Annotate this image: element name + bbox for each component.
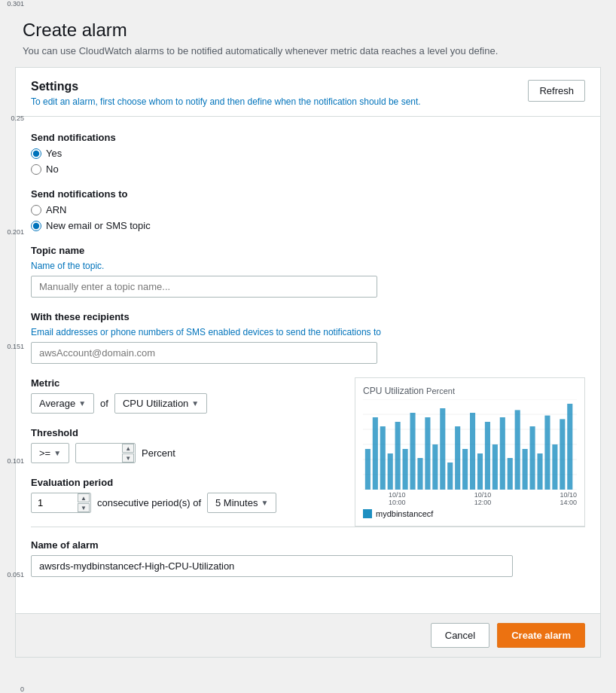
metric-left: Metric Average ▼ of CPU Utilization ▼ [31,377,332,527]
svg-rect-25 [500,417,505,490]
send-notifications-section: Send notifications Yes No [31,132,585,175]
eval-period-label: Evaluation period [31,477,332,488]
consecutive-label: consecutive period(s) of [97,497,201,508]
send-notifications-radio-group: Yes No [31,148,585,175]
eval-up-btn[interactable]: ▲ [78,493,90,502]
radio-new-email-sms-input[interactable] [31,221,41,231]
metric-section: Metric Average ▼ of CPU Utilization ▼ [31,377,332,414]
metric-select-group: Average ▼ of CPU Utilization ▼ [31,393,332,414]
svg-rect-29 [530,426,535,490]
svg-rect-32 [552,444,557,490]
cancel-button[interactable]: Cancel [431,623,489,648]
threshold-row: >= ▼ ▲ ▼ Percent [31,443,332,463]
metric-arrow-icon: ▼ [191,399,199,408]
svg-rect-9 [380,426,386,490]
svg-rect-20 [462,449,468,490]
radio-arn-label: ARN [46,204,66,215]
x-axis-labels: 10/10 10:00 10/10 12:00 10/10 14:00 [363,491,577,506]
radio-no[interactable]: No [31,163,585,175]
chart-svg [363,399,577,490]
legend-label: mydbinstancecf [376,509,433,518]
svg-rect-22 [477,453,483,490]
chart-svg-wrapper [363,399,577,490]
period-select[interactable]: 5 Minutes ▼ [207,493,276,513]
radio-yes[interactable]: Yes [31,148,585,159]
svg-rect-12 [403,449,408,490]
period-arrow-icon: ▼ [261,499,268,507]
metric-label: Metric [31,377,332,389]
svg-rect-23 [485,422,490,490]
svg-rect-24 [492,444,498,490]
send-notifications-to-section: Send notifications to ARN New email or S… [31,188,585,231]
svg-rect-8 [373,417,378,490]
radio-yes-label: Yes [46,148,62,159]
svg-rect-17 [440,408,445,490]
threshold-unit-label: Percent [142,447,175,459]
aggregate-select[interactable]: Average ▼ [31,393,94,414]
send-notifications-to-label: Send notifications to [31,188,585,200]
recipients-label: With these recipients [31,311,585,322]
radio-arn[interactable]: ARN [31,204,585,215]
eval-spinner: ▲ ▼ [78,493,90,512]
topic-name-input[interactable] [31,276,377,298]
radio-yes-input[interactable] [31,148,41,159]
svg-rect-7 [365,449,371,490]
metric-value: CPU Utilization [123,398,188,409]
svg-rect-11 [395,422,401,490]
card-header-left: Settings To edit an alarm, first choose … [31,80,421,107]
radio-arn-input[interactable] [31,205,41,215]
alarm-name-label: Name of alarm [31,539,585,551]
eval-down-btn[interactable]: ▼ [78,503,90,512]
send-notifications-label: Send notifications [31,132,585,143]
svg-rect-16 [432,444,438,490]
refresh-button[interactable]: Refresh [528,80,585,102]
radio-new-email-sms-label: New email or SMS topic [46,220,151,231]
period-value: 5 Minutes [215,497,258,508]
svg-rect-14 [417,458,422,490]
svg-rect-15 [425,417,430,490]
radio-new-email-sms[interactable]: New email or SMS topic [31,220,585,231]
svg-rect-10 [388,453,393,490]
eval-value-wrapper: ▲ ▼ [31,493,91,513]
topic-name-label: Topic name [31,245,585,256]
card-footer: Cancel Create alarm [16,613,600,657]
page-title: Create alarm [8,8,608,41]
svg-rect-13 [410,413,415,490]
create-alarm-button[interactable]: Create alarm [497,623,585,648]
threshold-down-btn[interactable]: ▼ [122,453,134,463]
chart-section: CPU Utilization Percent 0.301 0.25 0.201… [355,377,585,527]
alarm-name-section: Name of alarm [31,539,585,577]
svg-rect-27 [515,410,520,490]
alarm-name-input[interactable] [31,555,513,577]
threshold-up-btn[interactable]: ▲ [122,444,134,453]
legend-color-box [363,509,372,518]
divider [31,527,585,527]
metric-chart-row: Metric Average ▼ of CPU Utilization ▼ [31,377,585,527]
chart-container: CPU Utilization Percent 0.301 0.25 0.201… [355,377,585,527]
radio-no-input[interactable] [31,164,41,175]
card-header: Settings To edit an alarm, first choose … [16,68,600,117]
send-notifications-to-radio-group: ARN New email or SMS topic [31,204,585,231]
aggregate-value: Average [39,398,75,409]
metric-select[interactable]: CPU Utilization ▼ [114,393,207,414]
radio-no-label: No [46,163,59,175]
threshold-spinner: ▲ ▼ [122,444,134,463]
card-body: Send notifications Yes No Send notificat… [16,117,600,606]
threshold-section: Threshold >= ▼ ▲ ▼ [31,427,332,463]
recipients-input[interactable] [31,342,377,364]
threshold-value-wrapper: ▲ ▼ [75,443,136,463]
chart-area-wrapper: 0.301 0.25 0.201 0.151 0.101 0.051 0 [363,399,577,490]
metric-of-label: of [100,398,108,409]
svg-rect-34 [567,404,572,490]
page-container: Create alarm You can use CloudWatch alar… [8,8,608,658]
threshold-operator-arrow-icon: ▼ [53,449,61,457]
recipients-sublabel: Email addresses or phone numbers of SMS … [31,327,585,337]
eval-row: ▲ ▼ consecutive period(s) of 5 Minutes ▼ [31,493,332,513]
eval-period-section: Evaluation period ▲ ▼ consecutive period… [31,477,332,513]
svg-rect-30 [537,453,542,490]
svg-rect-18 [447,463,453,490]
settings-card: Settings To edit an alarm, first choose … [15,67,601,658]
y-axis-labels: 0.301 0.25 0.201 0.151 0.101 0.051 0 [0,0,24,693]
threshold-operator-select[interactable]: >= ▼ [31,443,69,463]
topic-name-sublabel: Name of the topic. [31,261,585,271]
